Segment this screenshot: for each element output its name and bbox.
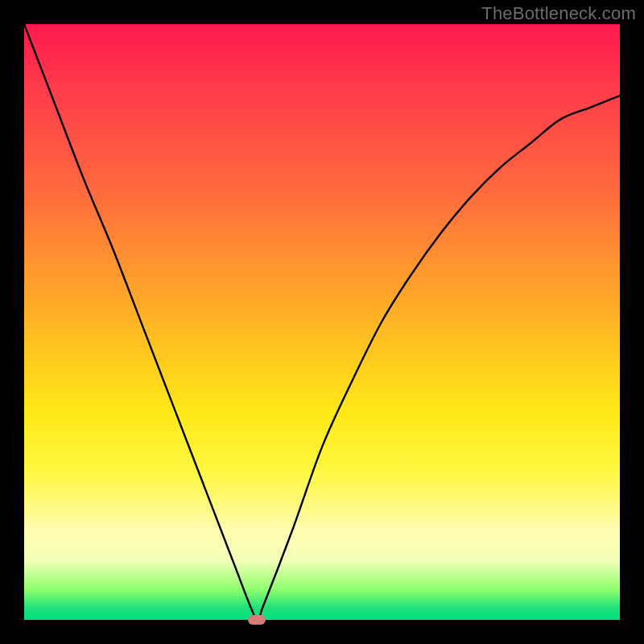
chart-frame: TheBottleneck.com (0, 0, 644, 644)
optimum-marker (248, 615, 266, 625)
watermark-text: TheBottleneck.com (481, 3, 636, 24)
plot-area (24, 24, 620, 620)
bottleneck-curve (24, 24, 620, 620)
